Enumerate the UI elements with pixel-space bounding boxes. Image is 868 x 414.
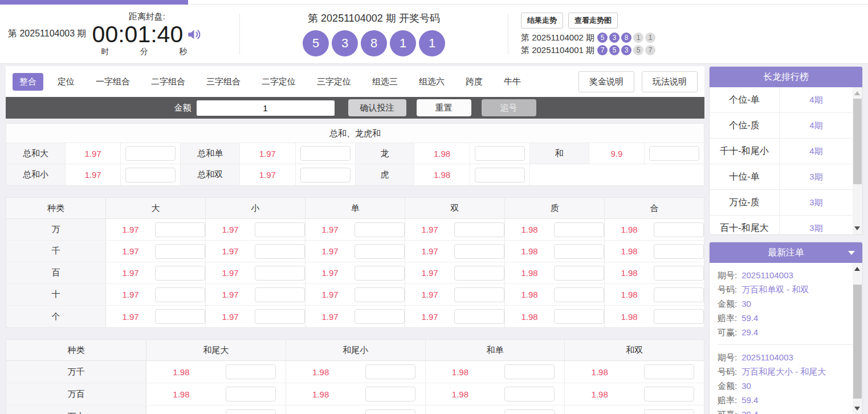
bet-amount-input[interactable] bbox=[654, 309, 704, 324]
bet-amount-input[interactable] bbox=[365, 364, 415, 379]
confirm-bet-button[interactable]: 确认投注 bbox=[348, 99, 406, 116]
bet-amount-input[interactable] bbox=[454, 287, 504, 302]
tab-牛牛[interactable]: 牛牛 bbox=[497, 73, 528, 91]
bet-amount-input[interactable] bbox=[654, 266, 704, 281]
bet-amount-input[interactable] bbox=[300, 168, 351, 182]
bet-amount-input[interactable] bbox=[155, 309, 205, 324]
bet-amount-input[interactable] bbox=[125, 146, 176, 161]
scroll-down-icon[interactable] bbox=[854, 407, 860, 411]
bet-input-cell bbox=[654, 241, 704, 262]
bet-amount-input[interactable] bbox=[554, 266, 604, 281]
bet-amount-input[interactable] bbox=[644, 387, 694, 401]
scrollbar-thumb[interactable] bbox=[853, 99, 862, 184]
chase-number-button[interactable]: 追号 bbox=[482, 99, 536, 116]
bet-amount-input[interactable] bbox=[155, 266, 205, 281]
bet-amount-input[interactable] bbox=[504, 409, 555, 414]
bet-amount-input[interactable] bbox=[226, 409, 276, 414]
bet-option-group: 1.97 bbox=[305, 241, 405, 262]
bet-amount-input[interactable] bbox=[644, 409, 694, 414]
bet-amount-input[interactable] bbox=[255, 287, 305, 302]
ranking-row: 十位-单3期 bbox=[710, 164, 862, 190]
bet-amount-input[interactable] bbox=[475, 146, 525, 161]
bet-amount-input[interactable] bbox=[475, 168, 525, 182]
bet-amount-input[interactable] bbox=[354, 266, 405, 281]
bet-amount-input[interactable] bbox=[654, 287, 704, 302]
bet-amount-input[interactable] bbox=[354, 222, 405, 237]
result-trend-button[interactable]: 结果走势 bbox=[521, 13, 563, 29]
scroll-down-icon[interactable] bbox=[854, 226, 860, 230]
bet-amount-input[interactable] bbox=[554, 309, 604, 324]
order-line: 号码:万百和尾大小 - 和尾大 bbox=[718, 364, 854, 379]
bet-option-group: 虎1.98 bbox=[356, 164, 530, 185]
bet-amount-input[interactable] bbox=[644, 364, 694, 379]
tab-三字定位[interactable]: 三字定位 bbox=[310, 73, 358, 91]
bet-amount-input[interactable] bbox=[226, 364, 276, 379]
tab-整合[interactable]: 整合 bbox=[13, 73, 43, 91]
bet-amount-input[interactable] bbox=[125, 168, 176, 182]
ranking-scrollbar[interactable] bbox=[853, 87, 862, 234]
bet-amount-input[interactable] bbox=[354, 309, 405, 324]
bet-amount-input[interactable] bbox=[255, 309, 305, 324]
bet-amount-input[interactable] bbox=[454, 244, 504, 259]
table-row: 万1.971.971.971.971.981.98 bbox=[6, 219, 704, 241]
bet-amount-input[interactable] bbox=[354, 287, 405, 302]
tab-跨度[interactable]: 跨度 bbox=[459, 73, 490, 91]
bet-amount-input[interactable] bbox=[504, 364, 555, 379]
amount-input[interactable] bbox=[197, 100, 335, 116]
scroll-up-icon[interactable] bbox=[854, 267, 860, 271]
bet-amount-input[interactable] bbox=[300, 146, 351, 161]
rules-info-button[interactable]: 玩法说明 bbox=[642, 71, 698, 92]
bet-amount-input[interactable] bbox=[155, 244, 205, 259]
unit-minute: 分 bbox=[140, 47, 148, 57]
bet-amount-input[interactable] bbox=[255, 244, 305, 259]
bet-input-cell bbox=[495, 405, 564, 414]
bet-amount-input[interactable] bbox=[365, 409, 415, 414]
order-line: 金额:30 bbox=[718, 297, 854, 311]
tab-组选六[interactable]: 组选六 bbox=[412, 73, 451, 91]
prize-info-button[interactable]: 奖金说明 bbox=[578, 71, 634, 92]
bet-amount-input[interactable] bbox=[554, 222, 604, 237]
order-win-label: 可赢: bbox=[718, 325, 737, 339]
order-entry: 期号:20251104003号码:万百和尾大小 - 和尾大金额:30赔率:59.… bbox=[718, 350, 854, 414]
bet-option-group: 1.98 bbox=[565, 361, 704, 383]
ranking-streak: 3期 bbox=[780, 216, 853, 234]
bet-input-cell bbox=[255, 219, 305, 240]
reset-button[interactable]: 重置 bbox=[417, 99, 471, 116]
bet-amount-input[interactable] bbox=[504, 387, 555, 401]
bet-amount-input[interactable] bbox=[155, 222, 205, 237]
scroll-up-icon[interactable] bbox=[854, 91, 860, 95]
tab-组选三[interactable]: 组选三 bbox=[365, 73, 405, 91]
bet-amount-input[interactable] bbox=[654, 222, 704, 237]
bet-odds-value: 1.98 bbox=[505, 284, 554, 305]
tab-三字组合[interactable]: 三字组合 bbox=[199, 73, 247, 91]
bet-amount-input[interactable] bbox=[454, 222, 504, 237]
scrollbar-thumb[interactable] bbox=[853, 285, 862, 399]
column-header: 和双 bbox=[565, 340, 704, 360]
bet-input-cell bbox=[454, 284, 504, 305]
bet-odds-value: 1.98 bbox=[426, 361, 495, 383]
view-trend-chart-button[interactable]: 查看走势图 bbox=[568, 13, 618, 29]
bet-odds-value: 1.98 bbox=[605, 241, 654, 262]
bet-amount-input[interactable] bbox=[654, 244, 704, 259]
orders-scrollbar[interactable] bbox=[853, 263, 862, 414]
bet-amount-input[interactable] bbox=[554, 287, 604, 302]
tab-二字组合[interactable]: 二字组合 bbox=[144, 73, 192, 91]
bet-amount-input[interactable] bbox=[365, 387, 415, 401]
bet-amount-input[interactable] bbox=[454, 309, 504, 324]
tab-二字定位[interactable]: 二字定位 bbox=[255, 73, 303, 91]
orders-title: 最新注单 bbox=[768, 247, 804, 259]
bet-amount-input[interactable] bbox=[255, 222, 305, 237]
speaker-icon[interactable] bbox=[186, 27, 202, 42]
bet-amount-input[interactable] bbox=[554, 244, 604, 259]
bet-amount-input[interactable] bbox=[649, 146, 699, 161]
tab-一字组合[interactable]: 一字组合 bbox=[89, 73, 137, 91]
bet-amount-input[interactable] bbox=[155, 287, 205, 302]
table-row: 万十1.981.981.981.98 bbox=[6, 405, 704, 414]
collapse-icon[interactable] bbox=[848, 251, 855, 255]
tab-定位[interactable]: 定位 bbox=[51, 73, 81, 91]
bet-amount-input[interactable] bbox=[226, 387, 276, 401]
bet-amount-input[interactable] bbox=[255, 266, 305, 281]
bet-amount-input[interactable] bbox=[454, 266, 504, 281]
bet-amount-input[interactable] bbox=[354, 244, 405, 259]
bet-option-group: 和9.9 bbox=[530, 143, 704, 164]
